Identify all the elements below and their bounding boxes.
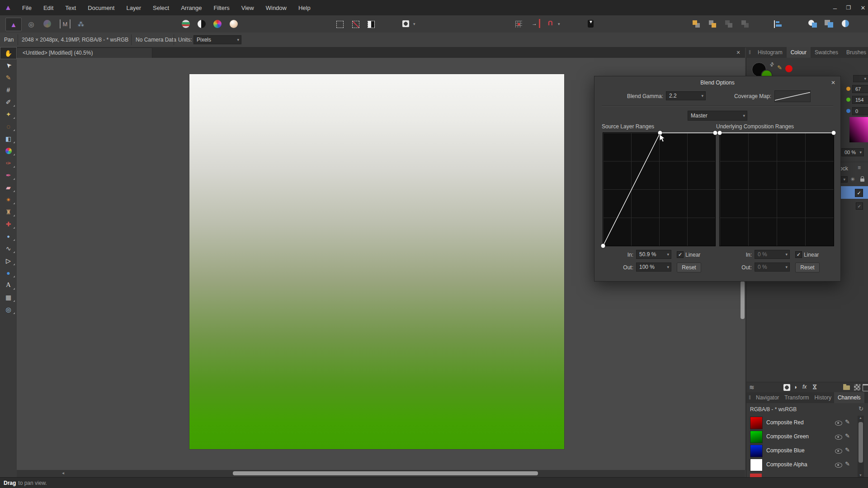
swap-colours-icon[interactable]: ⇄ — [769, 61, 775, 68]
flood-fill-tool[interactable]: ◧ — [0, 132, 17, 145]
channels-scrollbar-track[interactable]: ▲ ▼ — [858, 416, 864, 477]
green-slider-dot[interactable] — [846, 98, 850, 102]
menu-view[interactable]: View — [236, 5, 260, 11]
text-tool[interactable]: A — [0, 279, 17, 291]
channels-scrollbar[interactable] — [859, 422, 863, 463]
invert-selection-icon[interactable] — [368, 21, 375, 28]
layers-menu-icon[interactable]: ≡ — [858, 164, 861, 171]
layer-effects-icon[interactable]: fx — [802, 384, 807, 390]
underlying-linear-checkbox[interactable]: ✓ — [795, 251, 802, 258]
blur-brush-tool[interactable]: ● — [0, 230, 17, 242]
move-backward-icon[interactable] — [725, 20, 733, 28]
auto-levels-icon[interactable] — [182, 20, 190, 28]
node-tool[interactable]: ▷ — [0, 254, 17, 267]
delete-layer-icon[interactable] — [863, 384, 868, 391]
liquify-persona-button[interactable]: ◎ — [26, 19, 36, 29]
snapping-magnet-icon[interactable]: U — [546, 19, 554, 28]
assistant-icon[interactable] — [588, 20, 594, 28]
coverage-map-widget[interactable] — [774, 90, 811, 102]
channel-editable-icon[interactable]: ✎ — [845, 432, 850, 439]
selection-brush-tool[interactable]: ✐ — [0, 96, 17, 108]
tab-bar-close-icon[interactable]: ✕ — [735, 49, 742, 56]
source-linear-checkbox[interactable]: ✓ — [677, 251, 684, 258]
underlying-ranges-graph[interactable] — [719, 132, 834, 246]
horizontal-scrollbar[interactable] — [233, 471, 538, 475]
underlying-in-dropdown[interactable]: 0 % ▾ — [755, 250, 790, 259]
panel-grip-icon[interactable]: ‖ — [746, 394, 753, 401]
snapping-caret-icon[interactable]: ▾ — [558, 22, 560, 26]
view-tool[interactable]: ✋ — [0, 47, 17, 59]
colour-picker-tool[interactable]: ✎ — [0, 71, 17, 84]
tab-navigator[interactable]: Navigator — [753, 392, 782, 403]
channel-row[interactable]: Composite Green ✎ — [746, 430, 868, 444]
group-layers-icon[interactable] — [843, 385, 850, 390]
menu-edit[interactable]: Edit — [38, 5, 59, 11]
erase-brush-tool[interactable]: ▰ — [0, 181, 17, 193]
fill-layer-icon[interactable] — [854, 384, 860, 390]
underlying-out-dropdown[interactable]: 0 % ▾ — [755, 263, 790, 272]
canvas-image[interactable] — [189, 74, 564, 449]
select-all-icon[interactable] — [336, 21, 344, 28]
source-ranges-graph[interactable] — [603, 132, 716, 246]
quick-mask-icon[interactable] — [402, 20, 409, 27]
colour-mode-dropdown[interactable]: ▾ — [853, 75, 868, 82]
channel-visible-icon[interactable] — [835, 435, 842, 440]
curve-node[interactable] — [718, 131, 722, 135]
clone-brush-tool[interactable]: ♜ — [0, 206, 17, 218]
minimize-button[interactable]: – — [830, 3, 840, 13]
restore-button[interactable]: ❐ — [844, 3, 854, 13]
tab-history[interactable]: History — [812, 392, 834, 403]
move-tool[interactable]: ➤ — [0, 59, 17, 71]
scroll-down-icon[interactable]: ▼ — [859, 474, 862, 477]
paint-brush-tool[interactable]: ✑ — [0, 157, 17, 169]
menu-text[interactable]: Text — [59, 5, 82, 11]
auto-colour-icon[interactable] — [213, 20, 222, 28]
move-to-back-icon[interactable] — [741, 20, 749, 28]
burn-brush-tool[interactable]: ✴ — [0, 193, 17, 206]
dialog-close-icon[interactable]: ✕ — [830, 79, 837, 86]
move-forward-icon[interactable] — [709, 20, 717, 28]
develop-persona-button[interactable] — [43, 20, 51, 28]
layer-settings-gear-icon[interactable]: ✳ — [850, 176, 855, 183]
panel-grip-icon[interactable]: ‖ — [746, 49, 754, 56]
red-value-field[interactable]: 67 — [852, 85, 868, 93]
tone-mapping-persona-button[interactable]: M — [60, 19, 71, 28]
shape-tool[interactable]: ● — [0, 267, 17, 279]
boolean-subtract-icon[interactable] — [825, 20, 834, 28]
layer-visibility-checkbox[interactable]: ✓ — [855, 189, 863, 197]
colour-replacement-brush-tool[interactable]: ✒ — [0, 169, 17, 181]
channel-visible-icon[interactable] — [835, 449, 842, 454]
channel-editable-icon[interactable]: ✎ — [845, 446, 850, 453]
underlying-reset-button[interactable]: Reset — [795, 263, 820, 272]
blue-value-field[interactable]: 0 — [852, 107, 868, 115]
blue-slider-dot[interactable] — [846, 109, 850, 113]
document-tab[interactable]: <Untitled> [Modified] (40.5%) — [17, 47, 152, 58]
gradient-tool[interactable] — [0, 145, 17, 157]
tab-channels[interactable]: Channels — [834, 392, 864, 403]
deselect-icon[interactable] — [352, 21, 359, 28]
tab-colour[interactable]: Colour — [787, 47, 811, 58]
vertical-scrollbar[interactable] — [741, 281, 745, 319]
colour-eyedropper-icon[interactable]: ✎ — [777, 64, 782, 71]
layers-stack-icon[interactable]: ≋ — [749, 384, 755, 391]
channel-editable-icon[interactable]: ✎ — [845, 460, 850, 467]
live-filter-icon[interactable]: ⋈ — [811, 384, 818, 390]
refresh-channels-icon[interactable]: ↻ — [859, 405, 863, 412]
horizontal-scrollbar-track[interactable]: ◂ — [17, 470, 745, 477]
source-out-dropdown[interactable]: 100 % ▾ — [636, 263, 671, 272]
curve-node[interactable] — [832, 131, 836, 135]
layer-lock-icon[interactable] — [860, 178, 864, 182]
close-button[interactable]: ✕ — [858, 3, 868, 13]
mask-layer-icon[interactable] — [783, 384, 790, 391]
boolean-divide-icon[interactable] — [842, 20, 849, 27]
zoom-tool[interactable]: ◎ — [0, 303, 17, 315]
source-reset-button[interactable]: Reset — [677, 263, 701, 272]
scroll-up-icon[interactable]: ▲ — [859, 416, 862, 419]
channel-editable-icon[interactable]: ✎ — [845, 418, 850, 425]
quick-mask-caret-icon[interactable]: ▾ — [413, 22, 415, 26]
channel-visible-icon[interactable] — [835, 463, 842, 468]
green-value-field[interactable]: 154 — [852, 96, 868, 104]
healing-brush-tool[interactable]: ✚ — [0, 218, 17, 230]
opacity-field[interactable]: 00 %▾ — [841, 148, 864, 156]
photo-persona-button[interactable]: ▲ — [5, 18, 22, 31]
